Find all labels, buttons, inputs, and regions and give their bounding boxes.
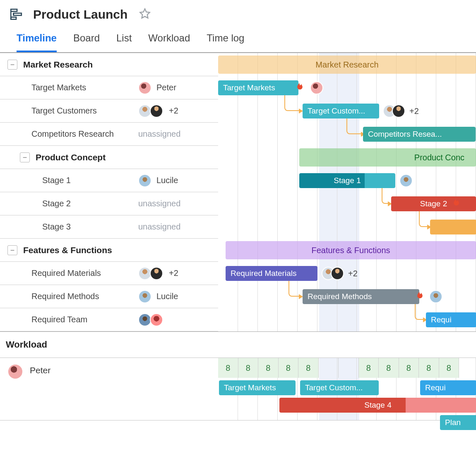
workload-hour-cell: 8 (359, 358, 379, 378)
avatar[interactable] (150, 267, 163, 280)
gantt-task-bar[interactable]: Target Markets (218, 80, 298, 95)
tab-timeline[interactable]: Timeline (17, 32, 57, 52)
workload-task-bar[interactable]: Requi (420, 380, 476, 395)
task-name[interactable]: Required Methods (31, 292, 99, 301)
gantt-task-bar[interactable] (430, 220, 476, 234)
svg-rect-0 (11, 9, 17, 11)
unassigned-label[interactable]: unassigned (138, 222, 180, 232)
assignee-more[interactable]: +2 (348, 269, 358, 278)
unassigned-label[interactable]: unassigned (138, 199, 180, 208)
workload-hour-cell: 8 (399, 358, 419, 378)
workload-task-bar[interactable]: Plan (440, 415, 476, 430)
workload-task-bar[interactable]: Stage 4 (279, 398, 476, 413)
workload-hour-cell: 8 (379, 358, 399, 378)
avatar[interactable] (150, 104, 163, 118)
avatar[interactable] (138, 81, 151, 94)
task-name[interactable]: Required Materials (31, 268, 101, 278)
gantt-task-bar[interactable]: Stage 1 (299, 173, 395, 188)
workload-title: Workload (0, 339, 476, 358)
workload-hour-cell: 8 (298, 358, 319, 378)
gantt-task-bar[interactable]: Competitors Resea... (363, 127, 476, 142)
collapse-icon[interactable]: − (7, 60, 17, 70)
collapse-icon[interactable]: − (20, 152, 30, 162)
task-name[interactable]: Target Customers (31, 106, 97, 116)
unassigned-label[interactable]: unassigned (138, 129, 180, 139)
gantt-icon (9, 7, 23, 22)
assignee-more[interactable]: +2 (409, 106, 419, 116)
task-name[interactable]: Target Markets (31, 83, 86, 92)
avatar[interactable] (399, 174, 413, 187)
gantt-group-bar[interactable]: Product Conc (299, 148, 476, 167)
workload-hour-cell: 8 (279, 358, 299, 378)
avatar[interactable] (150, 313, 163, 326)
favorite-star-icon[interactable] (139, 8, 151, 21)
assignee-name: Lucile (156, 176, 178, 185)
assignee-more[interactable]: +2 (169, 268, 178, 278)
workload-hour-cell (319, 358, 339, 378)
group-name: Product Concept (36, 152, 106, 162)
gantt-task-bar[interactable]: Target Custom... (303, 104, 379, 118)
avatar[interactable] (331, 267, 344, 280)
assignee-name: Lucile (156, 292, 178, 301)
bar-label: Market Research (315, 60, 378, 70)
gantt-task-bar[interactable]: Required Materials (226, 266, 317, 281)
bar-label: Product Conc (304, 153, 471, 162)
fire-icon (449, 197, 462, 210)
tab-timelog[interactable]: Time log (207, 32, 244, 52)
avatar[interactable] (310, 81, 323, 94)
workload-task-bar[interactable]: Target Markets (219, 380, 296, 395)
project-title: Product Launch (33, 7, 127, 22)
gantt-task-bar[interactable]: Required Methods (303, 289, 419, 304)
svg-marker-5 (140, 9, 150, 18)
assignee-name: Peter (156, 83, 176, 92)
workload-hour-cell: 8 (218, 358, 238, 378)
workload-hour-cell: 8 (439, 358, 459, 378)
avatar[interactable] (429, 290, 442, 303)
workload-hour-cell: 8 (419, 358, 439, 378)
workload-hour-cell: 8 (238, 358, 259, 378)
workload-hour-cell: 8 (258, 358, 279, 378)
bar-label: Features & Functions (311, 246, 390, 255)
avatar[interactable] (138, 174, 151, 187)
group-name: Features & Functions (23, 245, 112, 255)
tab-workload[interactable]: Workload (148, 32, 190, 52)
workload-user-name: Peter (30, 365, 50, 375)
gantt-group-bar[interactable]: Market Research (218, 56, 476, 74)
tab-list[interactable]: List (116, 32, 132, 52)
task-name[interactable]: Competitors Research (31, 129, 114, 139)
gantt-task-bar[interactable]: Requi (426, 312, 476, 327)
gantt-group-bar[interactable]: Features & Functions (226, 241, 476, 259)
collapse-icon[interactable]: − (7, 245, 17, 255)
task-name[interactable]: Stage 1 (42, 176, 71, 185)
avatar[interactable] (7, 364, 23, 379)
assignee-more[interactable]: +2 (169, 106, 178, 116)
workload-hour-cell (339, 358, 359, 378)
tab-board[interactable]: Board (73, 32, 100, 52)
view-tabs: Timeline Board List Workload Time log (0, 25, 476, 53)
task-name[interactable]: Stage 2 (42, 199, 71, 208)
avatar[interactable] (392, 104, 405, 118)
gantt-task-bar[interactable]: Stage 2 (391, 196, 476, 211)
avatar[interactable] (138, 290, 151, 303)
svg-rect-1 (14, 13, 22, 15)
fire-icon (413, 290, 425, 302)
task-name[interactable]: Stage 3 (42, 222, 71, 232)
task-name[interactable]: Required Team (31, 315, 87, 324)
workload-task-bar[interactable]: Target Custom... (300, 380, 379, 395)
fire-icon (293, 81, 305, 94)
group-name: Market Research (23, 60, 93, 70)
svg-rect-2 (11, 17, 16, 19)
